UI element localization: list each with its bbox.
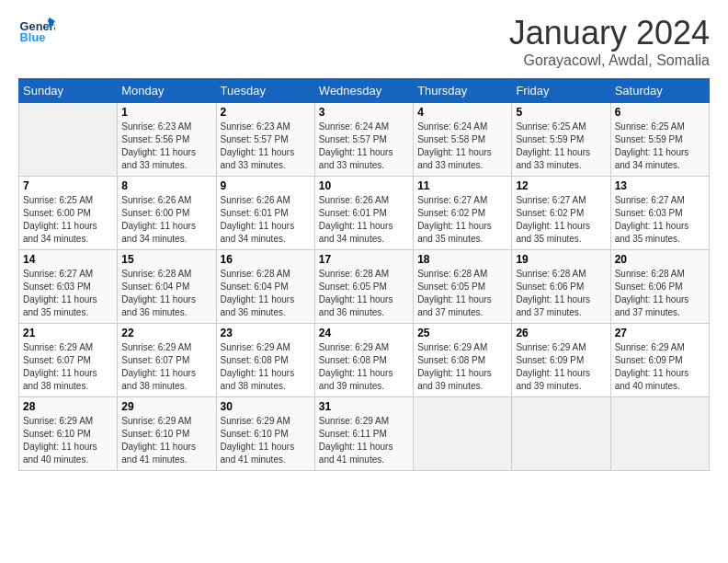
day-number: 18: [417, 253, 507, 266]
sunrise-text: Sunrise: 6:29 AM: [221, 416, 290, 426]
sunset-text: Sunset: 6:04 PM: [121, 282, 189, 292]
daylight-text: Daylight: 11 hours and 36 minutes.: [221, 294, 295, 317]
day-info: Sunrise: 6:25 AM Sunset: 6:00 PM Dayligh…: [23, 194, 113, 246]
daylight-text: Daylight: 11 hours and 33 minutes.: [516, 147, 590, 170]
daylight-text: Daylight: 11 hours and 33 minutes.: [319, 147, 393, 170]
calendar-day-cell: [414, 397, 512, 471]
day-number: 26: [516, 327, 606, 339]
sunset-text: Sunset: 6:07 PM: [121, 355, 189, 365]
calendar-day-cell: 22 Sunrise: 6:29 AM Sunset: 6:07 PM Dayl…: [118, 324, 216, 397]
day-info: Sunrise: 6:28 AM Sunset: 6:04 PM Dayligh…: [121, 268, 211, 319]
calendar-table: SundayMondayTuesdayWednesdayThursdayFrid…: [18, 78, 710, 471]
sunset-text: Sunset: 5:58 PM: [417, 134, 485, 144]
day-number: 29: [121, 400, 211, 413]
calendar-day-cell: 10 Sunrise: 6:26 AM Sunset: 6:01 PM Dayl…: [314, 177, 413, 250]
day-number: 22: [121, 327, 211, 339]
calendar-day-cell: 5 Sunrise: 6:25 AM Sunset: 5:59 PM Dayli…: [512, 103, 610, 177]
sunrise-text: Sunrise: 6:29 AM: [615, 342, 685, 352]
daylight-text: Daylight: 11 hours and 37 minutes.: [516, 294, 590, 317]
sunset-text: Sunset: 6:01 PM: [319, 208, 387, 218]
calendar-week-row: 14 Sunrise: 6:27 AM Sunset: 6:03 PM Dayl…: [19, 250, 710, 324]
day-number: 14: [23, 253, 113, 266]
day-number: 31: [319, 400, 409, 413]
daylight-text: Daylight: 11 hours and 35 minutes.: [417, 221, 492, 244]
daylight-text: Daylight: 11 hours and 33 minutes.: [221, 147, 295, 170]
day-info: Sunrise: 6:29 AM Sunset: 6:09 PM Dayligh…: [615, 341, 705, 393]
sunset-text: Sunset: 6:02 PM: [516, 208, 584, 218]
day-info: Sunrise: 6:29 AM Sunset: 6:08 PM Dayligh…: [417, 341, 507, 393]
day-info: Sunrise: 6:25 AM Sunset: 5:59 PM Dayligh…: [516, 121, 606, 172]
svg-text:Blue: Blue: [20, 30, 46, 44]
day-number: 21: [23, 327, 113, 339]
calendar-day-header: Tuesday: [216, 79, 314, 103]
sunrise-text: Sunrise: 6:27 AM: [23, 269, 93, 279]
sunset-text: Sunset: 6:09 PM: [516, 355, 584, 365]
sunrise-text: Sunrise: 6:23 AM: [121, 121, 191, 132]
daylight-text: Daylight: 11 hours and 38 minutes.: [221, 368, 295, 391]
title-section: January 2024 Gorayacowl, Awdal, Somalia: [509, 14, 710, 69]
sunrise-text: Sunrise: 6:28 AM: [319, 269, 389, 279]
daylight-text: Daylight: 11 hours and 34 minutes.: [221, 221, 295, 244]
calendar-day-cell: 4 Sunrise: 6:24 AM Sunset: 5:58 PM Dayli…: [414, 103, 512, 177]
page: General Blue January 2024 Gorayacowl, Aw…: [0, 0, 728, 563]
day-number: 11: [417, 179, 507, 192]
sunset-text: Sunset: 6:03 PM: [23, 282, 91, 292]
sunrise-text: Sunrise: 6:29 AM: [516, 342, 586, 352]
sunrise-text: Sunrise: 6:29 AM: [417, 342, 487, 352]
day-number: 9: [221, 179, 311, 192]
calendar-day-cell: 15 Sunrise: 6:28 AM Sunset: 6:04 PM Dayl…: [118, 250, 216, 324]
calendar-week-row: 7 Sunrise: 6:25 AM Sunset: 6:00 PM Dayli…: [19, 177, 710, 250]
sunset-text: Sunset: 6:03 PM: [615, 208, 683, 218]
sunset-text: Sunset: 5:59 PM: [615, 134, 683, 144]
day-number: 24: [319, 327, 409, 339]
sunrise-text: Sunrise: 6:27 AM: [417, 195, 487, 205]
calendar-day-cell: 26 Sunrise: 6:29 AM Sunset: 6:09 PM Dayl…: [512, 324, 610, 397]
day-number: 3: [319, 106, 409, 119]
day-info: Sunrise: 6:24 AM Sunset: 5:58 PM Dayligh…: [417, 121, 507, 172]
calendar-day-cell: 18 Sunrise: 6:28 AM Sunset: 6:05 PM Dayl…: [414, 250, 512, 324]
daylight-text: Daylight: 11 hours and 40 minutes.: [23, 442, 97, 465]
calendar-day-header: Wednesday: [314, 79, 413, 103]
calendar-day-cell: 11 Sunrise: 6:27 AM Sunset: 6:02 PM Dayl…: [414, 177, 512, 250]
day-number: 10: [319, 179, 409, 192]
calendar-day-cell: 13 Sunrise: 6:27 AM Sunset: 6:03 PM Dayl…: [610, 177, 709, 250]
sunrise-text: Sunrise: 6:24 AM: [417, 121, 487, 132]
day-number: 23: [221, 327, 311, 339]
sunset-text: Sunset: 6:09 PM: [615, 355, 683, 365]
daylight-text: Daylight: 11 hours and 34 minutes.: [23, 221, 97, 244]
sunset-text: Sunset: 6:02 PM: [417, 208, 485, 218]
daylight-text: Daylight: 11 hours and 39 minutes.: [417, 368, 492, 391]
day-info: Sunrise: 6:29 AM Sunset: 6:08 PM Dayligh…: [221, 341, 311, 393]
daylight-text: Daylight: 11 hours and 36 minutes.: [121, 294, 196, 317]
sunrise-text: Sunrise: 6:29 AM: [121, 416, 191, 426]
day-info: Sunrise: 6:26 AM Sunset: 6:00 PM Dayligh…: [121, 194, 211, 246]
day-info: Sunrise: 6:28 AM Sunset: 6:05 PM Dayligh…: [319, 268, 409, 319]
daylight-text: Daylight: 11 hours and 39 minutes.: [516, 368, 590, 391]
calendar-day-cell: 25 Sunrise: 6:29 AM Sunset: 6:08 PM Dayl…: [414, 324, 512, 397]
calendar-day-cell: 30 Sunrise: 6:29 AM Sunset: 6:10 PM Dayl…: [216, 397, 314, 471]
sunset-text: Sunset: 6:08 PM: [319, 355, 387, 365]
sunset-text: Sunset: 6:10 PM: [221, 429, 289, 439]
daylight-text: Daylight: 11 hours and 33 minutes.: [121, 147, 196, 170]
calendar-day-cell: [610, 397, 709, 471]
day-info: Sunrise: 6:28 AM Sunset: 6:05 PM Dayligh…: [417, 268, 507, 319]
daylight-text: Daylight: 11 hours and 34 minutes.: [615, 147, 689, 170]
sunset-text: Sunset: 6:04 PM: [221, 282, 289, 292]
daylight-text: Daylight: 11 hours and 38 minutes.: [23, 368, 97, 391]
day-number: 5: [516, 106, 606, 119]
day-number: 17: [319, 253, 409, 266]
calendar-day-cell: 23 Sunrise: 6:29 AM Sunset: 6:08 PM Dayl…: [216, 324, 314, 397]
sunset-text: Sunset: 6:05 PM: [319, 282, 387, 292]
daylight-text: Daylight: 11 hours and 36 minutes.: [319, 294, 393, 317]
day-number: 4: [417, 106, 507, 119]
main-title: January 2024: [509, 14, 710, 52]
sunrise-text: Sunrise: 6:29 AM: [221, 342, 290, 352]
sunrise-text: Sunrise: 6:28 AM: [516, 269, 586, 279]
logo: General Blue: [18, 14, 55, 51]
calendar-week-row: 28 Sunrise: 6:29 AM Sunset: 6:10 PM Dayl…: [19, 397, 710, 471]
calendar-day-header: Sunday: [19, 79, 118, 103]
header: General Blue January 2024 Gorayacowl, Aw…: [18, 14, 710, 69]
sunset-text: Sunset: 6:01 PM: [221, 208, 289, 218]
sunrise-text: Sunrise: 6:27 AM: [615, 195, 685, 205]
day-number: 13: [615, 179, 705, 192]
